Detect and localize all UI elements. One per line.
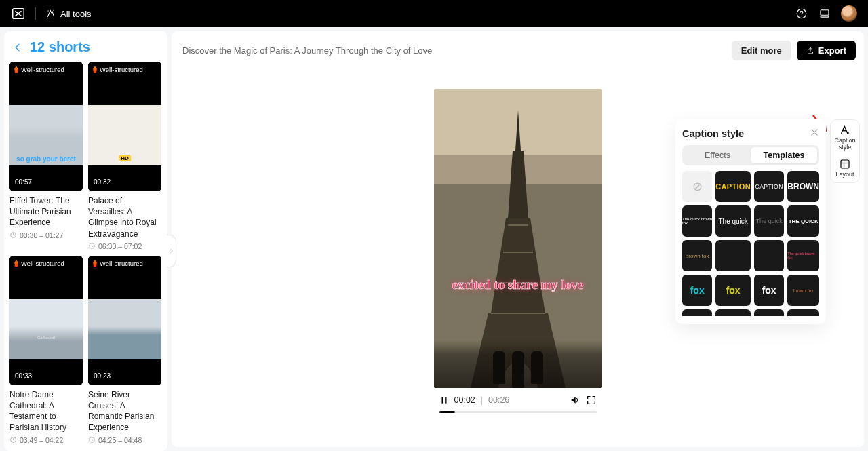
time-range: 06:30 – 07:02: [98, 242, 142, 250]
edit-more-button[interactable]: Edit more: [732, 41, 791, 60]
fire-icon: [14, 66, 19, 73]
text-style-icon: a: [839, 124, 851, 136]
caption-template[interactable]: The quick: [715, 205, 751, 237]
tab-templates[interactable]: Templates: [751, 147, 817, 163]
template-label: The quick: [756, 218, 783, 224]
short-card[interactable]: Well-structured so grab your beret 00:57…: [9, 62, 83, 250]
main: 12 shorts Well-structured so grab your b…: [0, 27, 868, 451]
shorts-sidebar: 12 shorts Well-structured so grab your b…: [4, 31, 167, 451]
edit-more-label: Edit more: [741, 45, 782, 56]
clock-icon: [9, 231, 17, 239]
overlay-tag: HD: [119, 155, 131, 161]
caption-template[interactable]: brown fox: [787, 275, 819, 306]
caption-template[interactable]: The quick: [754, 205, 784, 237]
caption-template[interactable]: [715, 309, 751, 316]
duration-label: 00:33: [15, 372, 32, 380]
caption-template[interactable]: [682, 309, 712, 316]
templates-grid: ⊘CAPTIONCAPTIONBROWNThe quick brown foxT…: [682, 171, 819, 316]
template-label: fox: [726, 285, 741, 296]
caption-template[interactable]: The quick brown fox: [682, 205, 712, 237]
pause-button[interactable]: [439, 395, 449, 405]
caption-template[interactable]: The quick brown fox: [787, 240, 819, 271]
topbar: All tools: [0, 0, 868, 27]
caption-template[interactable]: THE QUICK: [787, 205, 819, 237]
short-title: Eiffel Tower: The Ultimate Parisian Expe…: [9, 195, 83, 229]
volume-button[interactable]: [570, 395, 580, 406]
svg-rect-6: [821, 16, 829, 18]
collapse-sidebar-handle[interactable]: [167, 235, 176, 267]
user-avatar[interactable]: [841, 5, 857, 22]
template-label: fox: [762, 285, 776, 296]
template-label: THE QUICK: [789, 218, 818, 224]
short-title: Palace of Versailles: A Glimpse into Roy…: [88, 195, 161, 239]
tool-caption-style[interactable]: a Caption style: [831, 124, 859, 151]
fullscreen-button[interactable]: [586, 395, 597, 406]
caption-template[interactable]: [754, 309, 784, 316]
short-card[interactable]: Well-structured Cathedral 00:33 Notre Da…: [9, 256, 83, 444]
video-preview[interactable]: excited to share my love 00:02 | 00:26: [434, 89, 602, 413]
caption-template[interactable]: fox: [754, 275, 784, 306]
help-icon[interactable]: [795, 7, 808, 20]
short-title: Seine River Cruises: A Romantic Parisian…: [88, 389, 161, 433]
panel-title: Caption style: [682, 128, 744, 139]
duration-label: 00:23: [94, 372, 111, 380]
badge-label: Well-structured: [21, 66, 64, 73]
time-range: 00:30 – 01:27: [20, 231, 63, 239]
template-label: brown fox: [793, 288, 813, 293]
duration-label: 00:32: [94, 178, 111, 186]
time-range: 04:25 – 04:48: [98, 436, 142, 444]
time-current: 00:02: [454, 395, 475, 405]
app-logo[interactable]: [11, 6, 26, 21]
clock-icon: [9, 436, 17, 444]
export-icon: [806, 47, 814, 55]
clock-icon: [88, 242, 96, 250]
overlay-caption: so grab your beret: [9, 155, 83, 163]
template-label: BROWN: [787, 182, 819, 191]
time-range: 03:49 – 04:22: [20, 436, 63, 444]
caption-template[interactable]: CAPTION: [715, 171, 751, 202]
canvas-panel: Discover the Magic of Paris: A Journey T…: [172, 31, 864, 447]
caption-template[interactable]: BROWN: [787, 171, 819, 202]
badge-label: Well-structured: [100, 66, 143, 73]
layout-icon: [839, 158, 851, 170]
badge-label: Well-structured: [100, 260, 143, 267]
template-label: The quick brown fox: [787, 252, 819, 260]
time-separator: |: [481, 395, 483, 405]
right-tool-dock: a Caption style Layout: [830, 119, 860, 183]
caption-style-panel: Caption style Effects Templates ⊘CAPTION…: [675, 119, 826, 324]
caption-template[interactable]: [787, 309, 819, 316]
caption-template[interactable]: [715, 240, 751, 271]
short-card[interactable]: Well-structured HD 00:32 Palace of Versa…: [88, 62, 161, 250]
svg-rect-16: [445, 397, 446, 403]
tool-layout[interactable]: Layout: [835, 158, 854, 178]
export-label: Export: [818, 45, 846, 56]
all-tools-button[interactable]: All tools: [45, 8, 92, 19]
caption-template[interactable]: fox: [682, 275, 712, 306]
caption-template[interactable]: [754, 240, 784, 271]
template-label: CAPTION: [755, 183, 783, 190]
template-label: The quick brown fox: [682, 217, 712, 225]
short-card[interactable]: Well-structured 00:23 Seine River Cruise…: [88, 256, 161, 444]
project-title: Discover the Magic of Paris: A Journey T…: [182, 45, 432, 56]
back-arrow-icon[interactable]: [12, 42, 23, 53]
tool-label: Caption style: [831, 138, 859, 151]
caption-template[interactable]: fox: [715, 275, 751, 306]
svg-rect-5: [821, 10, 829, 16]
overlay-caption: Cathedral: [9, 336, 83, 340]
divider: [35, 7, 36, 20]
progress-bar[interactable]: [439, 411, 597, 413]
dashboard-icon[interactable]: [818, 7, 831, 20]
clock-icon: [88, 436, 96, 444]
panel-tabs: Effects Templates: [682, 145, 819, 165]
svg-rect-15: [441, 397, 443, 403]
player-bar: 00:02 | 00:26: [434, 389, 602, 411]
caption-template[interactable]: CAPTION: [754, 171, 784, 202]
sidebar-title: 12 shorts: [30, 39, 90, 55]
template-label: brown fox: [686, 253, 709, 259]
caption-template[interactable]: ⊘: [682, 171, 712, 202]
short-title: Notre Dame Cathedral: A Testament to Par…: [9, 389, 83, 433]
close-icon[interactable]: [810, 128, 819, 140]
export-button[interactable]: Export: [797, 41, 856, 60]
tab-effects[interactable]: Effects: [684, 147, 751, 163]
caption-template[interactable]: brown fox: [682, 240, 712, 271]
